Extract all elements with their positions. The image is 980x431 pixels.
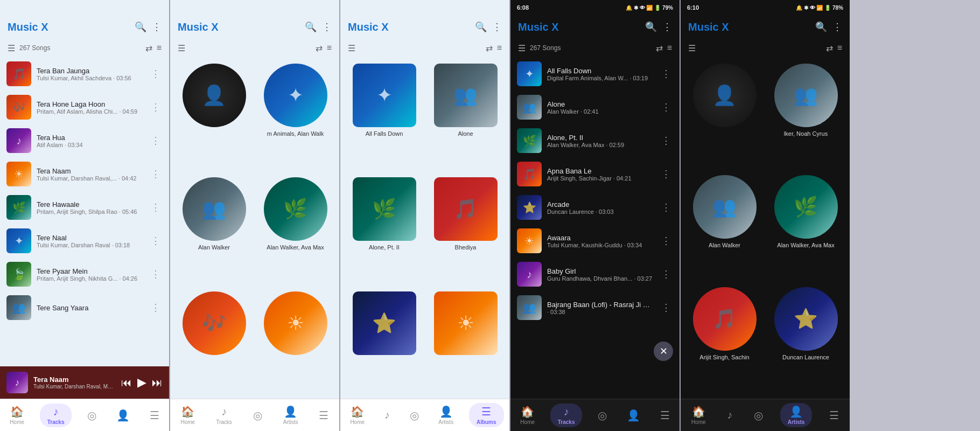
track-more-icon[interactable]: ⋮: [659, 235, 673, 247]
nav-item-tracks[interactable]: ♪ Tracks: [40, 404, 72, 427]
nav-item-albums-circle[interactable]: ◎: [83, 407, 101, 424]
shuffle-icon[interactable]: ⇄: [145, 43, 152, 53]
track-more-icon[interactable]: ⋮: [659, 101, 673, 113]
track-item[interactable]: 🎶 Tera Hone Laga Hoon Pritam, Atif Aslam…: [0, 91, 169, 124]
track-item[interactable]: ♪ Baby Girl Guru Randhawa, Dhvani Bhan..…: [510, 258, 680, 291]
more-icon[interactable]: ⋮: [322, 21, 332, 33]
nav-item-artists[interactable]: 👤: [622, 407, 645, 424]
grid-item[interactable]: 🌿 Alan Walker, Ava Max: [258, 177, 333, 284]
search-icon[interactable]: 🔍: [475, 21, 487, 33]
track-more-icon[interactable]: ⋮: [149, 101, 163, 113]
track-more-icon[interactable]: ⋮: [659, 302, 673, 314]
nav-item-tracks[interactable]: ♪: [723, 407, 737, 423]
nav-item-albums-circle[interactable]: ◎: [405, 407, 423, 424]
list-icon[interactable]: ≡: [327, 43, 332, 53]
track-item[interactable]: ✦ All Falls Down Digital Farm Animals, A…: [510, 57, 680, 91]
nav-item-tracks[interactable]: ♪: [380, 407, 394, 423]
track-more-icon[interactable]: ⋮: [149, 201, 163, 213]
play-button[interactable]: ▶: [137, 376, 146, 390]
search-icon[interactable]: 🔍: [645, 21, 657, 33]
filter-icon[interactable]: ☰: [518, 43, 526, 53]
filter-icon[interactable]: ☰: [348, 43, 355, 53]
track-more-icon[interactable]: ⋮: [659, 201, 673, 213]
nav-item-albums-circle[interactable]: ◎: [593, 407, 611, 424]
track-item[interactable]: 🍃 Tere Pyaar Mein Pritam, Arijit Singh, …: [0, 258, 169, 291]
nav-item-playlist[interactable]: ☰: [656, 407, 674, 424]
track-more-icon[interactable]: ⋮: [659, 168, 673, 180]
track-item[interactable]: 🎵 Apna Bana Le Arijit Singh, Sachin-Jiga…: [510, 157, 680, 191]
grid-item[interactable]: ✦ All Falls Down: [347, 64, 422, 171]
grid-item[interactable]: ⭐ Duncan Laurence: [768, 287, 843, 392]
search-icon[interactable]: 🔍: [305, 21, 317, 33]
shuffle-icon[interactable]: ⇄: [826, 43, 833, 53]
track-item[interactable]: 👥 Tere Sang Yaara ⋮: [0, 291, 169, 324]
track-item[interactable]: ☀ Awaara Tulsi Kumar, Kaushik-Guddu · 03…: [510, 224, 680, 258]
track-item[interactable]: ♪ Tera Hua Atif Aslam · 03:34 ⋮: [0, 124, 169, 157]
list-icon[interactable]: ≡: [667, 43, 672, 53]
track-more-icon[interactable]: ⋮: [149, 302, 163, 314]
nav-item-home[interactable]: 🏠 Home: [516, 403, 539, 427]
track-item[interactable]: ☀ Tera Naam Tulsi Kumar, Darshan Raval,.…: [0, 157, 169, 191]
close-overlay-button[interactable]: ✕: [654, 342, 673, 361]
grid-item[interactable]: 🎶: [177, 291, 251, 392]
nav-item-albums-circle[interactable]: ◎: [249, 407, 267, 424]
list-icon[interactable]: ≡: [497, 43, 502, 53]
search-icon[interactable]: 🔍: [135, 21, 146, 33]
nav-item-playlist[interactable]: ☰: [314, 407, 333, 424]
track-item[interactable]: 🌿 Tere Hawaale Pritam, Arijit Singh, Shi…: [0, 191, 169, 224]
track-item[interactable]: 👥 Bajrang Baan (Lofi) - Rasraj Ji Mahara…: [510, 291, 680, 324]
nav-item-home[interactable]: 🏠 Home: [346, 403, 369, 427]
grid-item[interactable]: 🌿 Alan Walker, Ava Max: [768, 175, 843, 280]
nav-item-tracks[interactable]: ♪ Tracks: [550, 404, 583, 427]
grid-item[interactable]: ✦ m Animals, Alan Walk: [258, 64, 333, 171]
nav-item-home[interactable]: 🏠 Home: [176, 403, 199, 427]
nav-item-artists[interactable]: 👤 Artists: [279, 403, 303, 427]
track-item[interactable]: ⭐ Arcade Duncan Laurence · 03:03 ⋮: [510, 191, 680, 224]
nav-item-artists[interactable]: 👤 Artists: [780, 403, 813, 427]
nav-item-playlist[interactable]: ☰: [145, 407, 164, 424]
grid-item[interactable]: 👥 lker, Noah Cyrus: [768, 64, 843, 169]
nav-item-home[interactable]: 🏠 Home: [5, 403, 29, 427]
grid-item[interactable]: ⭐: [347, 291, 422, 392]
track-more-icon[interactable]: ⋮: [149, 168, 163, 180]
shuffle-icon[interactable]: ⇄: [316, 43, 323, 53]
grid-item[interactable]: 👤: [687, 64, 762, 169]
more-icon[interactable]: ⋮: [152, 21, 162, 33]
list-icon[interactable]: ≡: [157, 43, 162, 53]
next-button[interactable]: ⏭: [152, 377, 163, 389]
grid-item[interactable]: 🎵 Bhediya: [428, 177, 503, 284]
prev-button[interactable]: ⏮: [121, 377, 132, 389]
track-more-icon[interactable]: ⋮: [149, 235, 163, 247]
more-icon[interactable]: ⋮: [492, 21, 502, 33]
track-item[interactable]: ✦ Tere Naal Tulsi Kumar, Darshan Raval ·…: [0, 224, 169, 258]
nav-item-artists[interactable]: 👤: [112, 407, 134, 424]
track-more-icon[interactable]: ⋮: [659, 268, 673, 280]
grid-item[interactable]: 👤: [177, 64, 251, 171]
track-more-icon[interactable]: ⋮: [659, 68, 673, 80]
grid-item[interactable]: ☀: [258, 291, 333, 392]
filter-icon[interactable]: ☰: [178, 43, 185, 53]
now-playing-bar[interactable]: ♪ Tera Naam Tulsi Kumar, Darshan Raval, …: [0, 366, 169, 399]
grid-item[interactable]: ☀: [428, 291, 503, 392]
track-more-icon[interactable]: ⋮: [659, 135, 673, 147]
track-item[interactable]: 👥 Alone Alan Walker · 02:41 ⋮: [510, 91, 680, 124]
grid-item[interactable]: 👥 Alan Walker: [687, 175, 762, 280]
filter-icon[interactable]: ☰: [8, 43, 15, 53]
filter-icon[interactable]: ☰: [688, 43, 696, 53]
grid-item[interactable]: 🌿 Alone, Pt. II: [347, 177, 422, 284]
nav-item-playlist[interactable]: ☰: [825, 407, 843, 424]
nav-item-albums-circle[interactable]: ◎: [750, 407, 767, 424]
track-more-icon[interactable]: ⋮: [149, 135, 163, 147]
search-icon[interactable]: 🔍: [815, 21, 827, 33]
list-icon[interactable]: ≡: [837, 43, 842, 53]
shuffle-icon[interactable]: ⇄: [656, 43, 663, 53]
nav-item-tracks[interactable]: ♪ Tracks: [212, 404, 236, 427]
nav-item-artists[interactable]: 👤 Artists: [434, 403, 458, 427]
shuffle-icon[interactable]: ⇄: [486, 43, 493, 53]
grid-item[interactable]: 👥 Alone: [428, 64, 503, 171]
nav-item-playlist[interactable]: ☰ Albums: [469, 403, 504, 427]
track-item[interactable]: 🎵 Tera Ban Jaunga Tulsi Kumar, Akhil Sac…: [0, 57, 169, 91]
nav-item-home[interactable]: 🏠 Home: [687, 403, 710, 427]
more-icon[interactable]: ⋮: [832, 21, 842, 33]
grid-item[interactable]: 🎵 Arijit Singh, Sachin: [687, 287, 762, 392]
